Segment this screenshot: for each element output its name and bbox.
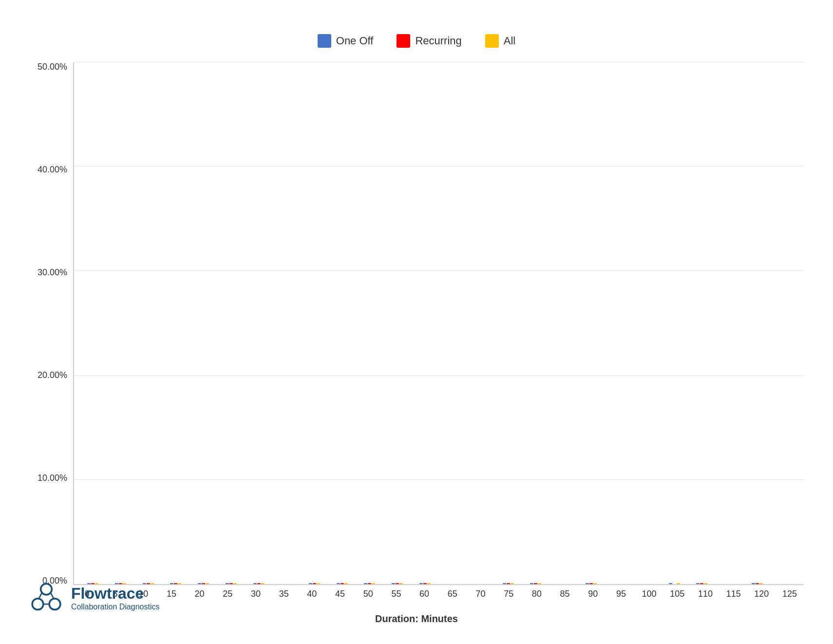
bar-oneOff — [226, 583, 229, 584]
flowtrace-logo-icon — [29, 581, 63, 615]
chart-container: One OffRecurringAll 0.00%10.00%20.00%30.… — [0, 0, 833, 644]
x-axis-label: 40 — [298, 589, 326, 599]
x-axis-label: 105 — [663, 589, 691, 599]
bar-all — [759, 583, 763, 584]
bar-all — [344, 583, 348, 584]
bar-oneOff — [337, 583, 340, 584]
bar-group — [411, 583, 439, 584]
bar-all — [704, 583, 707, 584]
bar-recurring — [257, 583, 261, 584]
x-axis-label: 65 — [438, 589, 467, 599]
bar-recurring — [229, 583, 233, 584]
legend-label: All — [504, 35, 515, 47]
bar-all — [372, 583, 375, 584]
y-axis-label: 40.00% — [38, 165, 67, 174]
x-axis-label: 15 — [157, 589, 186, 599]
x-axis-label: 115 — [719, 589, 748, 599]
bar-group — [383, 583, 411, 584]
bar-group — [356, 583, 383, 584]
y-axis-label: 20.00% — [38, 371, 67, 379]
x-axis-label: 20 — [186, 589, 214, 599]
x-axis-label: 60 — [410, 589, 438, 599]
bar-oneOff — [309, 583, 312, 584]
legend-color-box — [318, 34, 331, 48]
logo-tagline: Collaboration Diagnostics — [71, 603, 159, 611]
bar-recurring — [700, 583, 703, 584]
y-axis-label: 10.00% — [38, 474, 67, 482]
bars-container — [74, 62, 804, 584]
plot-wrapper: 0510152025303540455055606570758085909510… — [73, 62, 804, 609]
bar-oneOff — [253, 583, 257, 584]
bar-recurring — [174, 583, 177, 584]
bar-group — [162, 583, 190, 584]
legend-label: Recurring — [415, 35, 461, 47]
y-axis: 0.00%10.00%20.00%30.00%40.00%50.00% — [29, 62, 73, 609]
bar-group — [301, 583, 328, 584]
bar-recurring — [202, 583, 205, 584]
plot-area — [73, 62, 804, 585]
bar-recurring — [507, 583, 510, 584]
y-axis-label: 30.00% — [38, 268, 67, 277]
bar-group — [245, 583, 273, 584]
bar-oneOff — [198, 583, 201, 584]
legend-label: One Off — [336, 35, 374, 47]
bar-group — [688, 583, 716, 584]
bar-oneOff — [696, 583, 700, 584]
x-axis-label: 25 — [213, 589, 242, 599]
bar-recurring — [313, 583, 316, 584]
legend-item-all: All — [485, 34, 515, 48]
chart-area: 0.00%10.00%20.00%30.00%40.00%50.00% 0510… — [29, 62, 804, 609]
x-axis-title: Duration: Minutes — [375, 613, 458, 625]
legend-item-one-off: One Off — [318, 34, 374, 48]
x-axis-label: 30 — [242, 589, 270, 599]
bar-all — [427, 583, 431, 584]
bar-recurring — [396, 583, 399, 584]
bar-group — [661, 583, 688, 584]
bar-recurring — [534, 583, 537, 584]
bar-all — [677, 583, 680, 584]
svg-point-1 — [32, 599, 43, 610]
bar-group — [577, 583, 605, 584]
bar-oneOff — [503, 583, 506, 584]
x-axis-label: 80 — [523, 589, 551, 599]
bar-group — [494, 583, 522, 584]
legend-color-box — [397, 34, 410, 48]
svg-point-2 — [49, 599, 60, 610]
bar-oneOff — [586, 583, 589, 584]
logo-text: Flowtrace Collaboration Diagnostics — [71, 585, 159, 611]
legend-color-box — [485, 34, 499, 48]
bar-all — [511, 583, 514, 584]
x-axis-label: 55 — [382, 589, 411, 599]
bar-all — [538, 583, 541, 584]
logo-area: Flowtrace Collaboration Diagnostics — [29, 581, 159, 615]
bar-recurring — [756, 583, 759, 584]
x-axis-label: 100 — [635, 589, 663, 599]
bar-oneOff — [752, 583, 755, 584]
x-axis-label: 90 — [579, 589, 607, 599]
bar-all — [206, 583, 209, 584]
y-axis-label: 50.00% — [38, 62, 67, 71]
x-axis-label: 45 — [326, 589, 354, 599]
bar-group — [328, 583, 356, 584]
x-axis: 0510152025303540455055606570758085909510… — [73, 585, 804, 609]
bar-all — [317, 583, 320, 584]
bar-group — [217, 583, 245, 584]
x-axis-label: 75 — [494, 589, 523, 599]
bar-all — [399, 583, 403, 584]
legend-item-recurring: Recurring — [397, 34, 461, 48]
svg-line-4 — [51, 593, 54, 599]
bar-recurring — [589, 583, 593, 584]
x-axis-label: 35 — [270, 589, 298, 599]
x-axis-label: 110 — [691, 589, 719, 599]
bar-recurring — [368, 583, 371, 584]
bar-oneOff — [530, 583, 533, 584]
x-axis-label: 70 — [467, 589, 495, 599]
chart-legend: One OffRecurringAll — [318, 34, 515, 48]
bar-oneOff — [669, 583, 672, 584]
bar-all — [593, 583, 597, 584]
x-axis-label: 125 — [776, 589, 804, 599]
bar-oneOff — [364, 583, 367, 584]
bar-oneOff — [392, 583, 395, 584]
x-axis-label: 95 — [607, 589, 635, 599]
x-axis-label: 50 — [354, 589, 382, 599]
